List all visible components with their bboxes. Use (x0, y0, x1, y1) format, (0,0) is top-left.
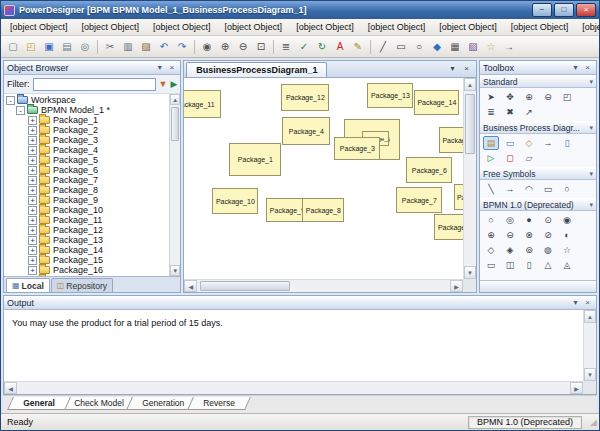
close-icon[interactable]: × (166, 62, 177, 73)
scroll-down-icon[interactable]: ▼ (464, 266, 476, 279)
expander-icon[interactable]: + (28, 236, 37, 245)
package-symbol[interactable]: Package_16 (454, 184, 463, 210)
section-standard[interactable]: ➤ (483, 90, 499, 104)
filter-apply-icon[interactable]: ▶ (170, 80, 177, 89)
scroll-right-icon[interactable]: ▶ (450, 280, 463, 292)
tree-item[interactable]: + Package_8 (4, 185, 169, 195)
toolbox-section-header[interactable]: Standard ▾ (480, 75, 596, 88)
section-bpmn[interactable]: ◍ (540, 243, 556, 257)
section-bpmn[interactable]: ▭ (483, 258, 499, 272)
expander-icon[interactable]: + (28, 166, 37, 175)
properties-icon[interactable]: ≣ (277, 38, 295, 56)
scroll-left-icon[interactable]: ◀ (4, 382, 17, 394)
zoom-out-icon[interactable]: ⊖ (234, 38, 252, 56)
local-tab[interactable]: ▦ Local (6, 278, 50, 292)
expander-icon[interactable]: + (28, 126, 37, 135)
section-bpmn[interactable]: ◬ (559, 258, 575, 272)
close-button[interactable]: × (576, 3, 596, 17)
scroll-thumb[interactable] (171, 107, 179, 141)
favorites-icon[interactable]: ☆ (482, 38, 500, 56)
section-free-symbols[interactable]: ◠ (521, 182, 537, 196)
menu-item[interactable]: [object Object] (361, 20, 433, 34)
line-icon[interactable]: ╱ (374, 38, 392, 56)
expander-icon[interactable]: + (28, 186, 37, 195)
section-bpmn[interactable]: ◫ (502, 258, 518, 272)
document-tab[interactable]: BusinessProcessDiagram_1 (186, 62, 327, 77)
package-symbol[interactable]: Package_18 (434, 214, 463, 240)
section-standard[interactable]: ≣ (483, 105, 499, 119)
reverse-tab[interactable]: Reverse (187, 397, 250, 410)
expander-icon[interactable]: + (28, 246, 37, 255)
tree-item[interactable]: + Package_12 (4, 225, 169, 235)
redo-icon[interactable]: ↷ (173, 38, 191, 56)
tree-item[interactable]: + Package_13 (4, 235, 169, 245)
save-icon[interactable]: ▣ (40, 38, 58, 56)
scroll-up-icon[interactable]: ▲ (170, 94, 180, 105)
expander-icon[interactable]: + (28, 196, 37, 205)
tree-item[interactable]: - BPMN Model_1 * (4, 105, 169, 115)
tree-item[interactable]: + Package_15 (4, 255, 169, 265)
filter-input[interactable] (33, 78, 156, 91)
undo-icon[interactable]: ↶ (155, 38, 173, 56)
menu-item[interactable]: [object Object] (504, 20, 576, 34)
section-standard[interactable]: ✖ (502, 105, 518, 119)
open-icon[interactable]: ◰ (22, 38, 40, 56)
package-symbol[interactable]: Package_6 (406, 157, 452, 183)
scroll-down-icon[interactable]: ▼ (584, 368, 596, 381)
menu-item[interactable]: [object Object] (432, 20, 504, 34)
tree-item[interactable]: + Package_5 (4, 155, 169, 165)
package-symbol[interactable]: Package_11 (184, 90, 221, 118)
toolbox-section-header[interactable]: BPMN 1.0 (Deprecated) ▾ (480, 198, 596, 211)
section-bpmn[interactable]: ◎ (502, 213, 518, 227)
tree-item[interactable]: + Package_3 (4, 135, 169, 145)
section-free-symbols[interactable]: ○ (559, 182, 575, 196)
section-bpmn[interactable]: ◐ (559, 228, 575, 242)
expander-icon[interactable]: + (28, 136, 37, 145)
minimize-button[interactable]: − (532, 3, 552, 17)
resize-grip-icon[interactable]: ◢ (590, 417, 597, 427)
expander-icon[interactable]: + (28, 266, 37, 275)
section-business-process[interactable]: → (540, 136, 556, 150)
section-bpmn[interactable]: ● (521, 213, 537, 227)
scroll-thumb[interactable] (465, 94, 475, 154)
section-standard[interactable]: ✥ (502, 90, 518, 104)
tree-item[interactable]: + Package_4 (4, 145, 169, 155)
tree-item[interactable]: + Package_10 (4, 205, 169, 215)
cut-icon[interactable]: ✂ (101, 38, 119, 56)
expander-icon[interactable]: - (16, 106, 25, 115)
rectangle-icon[interactable]: ▭ (392, 38, 410, 56)
section-business-process[interactable]: ◇ (521, 136, 537, 150)
tree-item[interactable]: + Package_2 (4, 125, 169, 135)
pin-icon[interactable]: ▾ (154, 62, 165, 73)
general-tab[interactable]: General (7, 397, 70, 410)
new-icon[interactable]: ▢ (4, 38, 22, 56)
toolbox-section-header[interactable]: Business Process Diagr... ▾ (480, 121, 596, 134)
maximize-button[interactable]: □ (554, 3, 574, 17)
package-symbol[interactable]: Package_7 (396, 187, 442, 213)
paste-icon[interactable]: ▨ (137, 38, 155, 56)
scroll-left-icon[interactable]: ◀ (184, 280, 197, 292)
menu-item[interactable]: [object Object] (289, 20, 361, 34)
section-business-process[interactable]: ▤ (483, 136, 499, 150)
close-icon[interactable]: × (582, 62, 593, 73)
scroll-up-icon[interactable]: ▲ (584, 310, 596, 323)
pin-icon[interactable]: ▾ (570, 62, 581, 73)
print-icon[interactable]: ▤ (58, 38, 76, 56)
section-bpmn[interactable]: ▯ (521, 258, 537, 272)
section-bpmn[interactable]: ⊖ (502, 228, 518, 242)
tree-item[interactable]: + Package_14 (4, 245, 169, 255)
section-bpmn[interactable]: ⊗ (521, 228, 537, 242)
section-bpmn[interactable]: ⊚ (521, 243, 537, 257)
print-preview-icon[interactable]: ◎ (76, 38, 94, 56)
package-symbol[interactable]: Package_14 (414, 90, 459, 115)
scroll-up-icon[interactable]: ▲ (464, 78, 476, 91)
section-business-process[interactable]: ◻ (502, 151, 518, 165)
menu-item[interactable]: [object Object] (75, 20, 147, 34)
tree-item[interactable]: + Package_6 (4, 165, 169, 175)
package-symbol[interactable]: Package_10 (212, 188, 258, 214)
expander-icon[interactable]: + (28, 176, 37, 185)
repository-tab[interactable]: ◫ Repository (51, 278, 113, 292)
ellipse-icon[interactable]: ○ (410, 38, 428, 56)
section-standard[interactable]: ↗ (521, 105, 537, 119)
filter-funnel-icon[interactable]: ▼ (159, 80, 168, 89)
